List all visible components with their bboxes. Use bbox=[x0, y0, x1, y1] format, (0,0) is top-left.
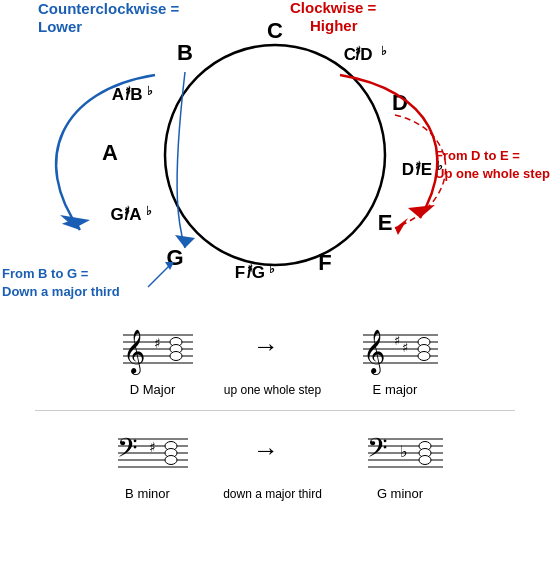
svg-text:Up one whole step: Up one whole step bbox=[435, 166, 550, 181]
svg-text:♯: ♯ bbox=[154, 335, 161, 351]
notation-section: 𝄞 ♯ D Major → up one whole step bbox=[0, 310, 550, 579]
svg-text:/B: /B bbox=[126, 85, 143, 104]
svg-text:/G: /G bbox=[247, 263, 265, 282]
svg-point-79 bbox=[419, 456, 431, 465]
notation-row-2: 𝄢 ♯ B minor → down a major third bbox=[0, 424, 550, 501]
svg-text:F: F bbox=[235, 263, 245, 282]
svg-text:D: D bbox=[402, 160, 414, 179]
svg-text:→: → bbox=[253, 435, 279, 465]
svg-text:From B to G =: From B to G = bbox=[2, 266, 89, 281]
svg-text:C: C bbox=[267, 18, 283, 43]
row1-middle-label: up one whole step bbox=[218, 383, 328, 397]
svg-text:Counterclockwise =: Counterclockwise = bbox=[38, 0, 180, 17]
circle-diagram: C C ♯ /D ♭ D D ♯ /E ♭ E F F ♯ /G bbox=[0, 0, 550, 310]
svg-text:𝄢: 𝄢 bbox=[117, 433, 138, 469]
svg-text:♯: ♯ bbox=[149, 439, 156, 455]
svg-text:♭: ♭ bbox=[269, 262, 275, 276]
row-divider bbox=[35, 410, 515, 411]
svg-text:♯: ♯ bbox=[394, 333, 400, 348]
svg-point-68 bbox=[165, 456, 177, 465]
svg-text:Down a major third: Down a major third bbox=[2, 284, 120, 299]
svg-text:→: → bbox=[253, 331, 279, 361]
g-minor-label: G minor bbox=[377, 486, 423, 501]
row1-arrow-item: → up one whole step bbox=[218, 321, 328, 397]
svg-text:𝄞: 𝄞 bbox=[123, 329, 145, 376]
g-minor-staff: 𝄢 ♭ bbox=[353, 424, 448, 482]
svg-text:/A: /A bbox=[125, 205, 142, 224]
svg-text:F: F bbox=[318, 250, 331, 275]
svg-text:B: B bbox=[177, 40, 193, 65]
d-major-item: 𝄞 ♯ D Major bbox=[108, 320, 198, 397]
circle-section: C C ♯ /D ♭ D D ♯ /E ♭ E F F ♯ /G bbox=[0, 0, 550, 310]
svg-text:A: A bbox=[102, 140, 118, 165]
e-major-item: 𝄞 ♯ ♯ E major bbox=[348, 320, 443, 397]
row2-middle-label: down a major third bbox=[213, 487, 333, 501]
svg-text:𝄞: 𝄞 bbox=[363, 329, 385, 376]
main-container: C C ♯ /D ♭ D D ♯ /E ♭ E F F ♯ /G bbox=[0, 0, 550, 579]
svg-text:𝄢: 𝄢 bbox=[367, 433, 388, 469]
svg-point-46 bbox=[170, 352, 182, 361]
svg-text:Lower: Lower bbox=[38, 18, 82, 35]
svg-text:/D: /D bbox=[356, 45, 373, 64]
svg-text:Clockwise =: Clockwise = bbox=[290, 0, 377, 16]
svg-text:♭: ♭ bbox=[146, 204, 152, 218]
row2-arrow: → bbox=[243, 425, 303, 483]
svg-text:Higher: Higher bbox=[310, 17, 358, 34]
svg-text:♭: ♭ bbox=[147, 84, 153, 98]
svg-text:G: G bbox=[110, 205, 123, 224]
row1-arrow: → bbox=[243, 321, 303, 379]
b-minor-item: 𝄢 ♯ B minor bbox=[103, 424, 193, 501]
b-minor-staff: 𝄢 ♯ bbox=[103, 424, 193, 482]
notation-row-1: 𝄞 ♯ D Major → up one whole step bbox=[0, 320, 550, 397]
svg-text:/E: /E bbox=[416, 160, 432, 179]
svg-text:From D to E =: From D to E = bbox=[435, 148, 520, 163]
svg-text:♯: ♯ bbox=[402, 340, 408, 355]
g-minor-item: 𝄢 ♭ G minor bbox=[353, 424, 448, 501]
svg-point-58 bbox=[418, 352, 430, 361]
d-major-label: D Major bbox=[130, 382, 176, 397]
d-major-staff: 𝄞 ♯ bbox=[108, 320, 198, 378]
b-minor-label: B minor bbox=[125, 486, 170, 501]
row2-arrow-item: → down a major third bbox=[213, 425, 333, 501]
svg-text:E: E bbox=[378, 210, 393, 235]
svg-text:♭: ♭ bbox=[400, 443, 408, 460]
e-major-label: E major bbox=[373, 382, 418, 397]
svg-text:♭: ♭ bbox=[381, 44, 387, 58]
e-major-staff: 𝄞 ♯ ♯ bbox=[348, 320, 443, 378]
